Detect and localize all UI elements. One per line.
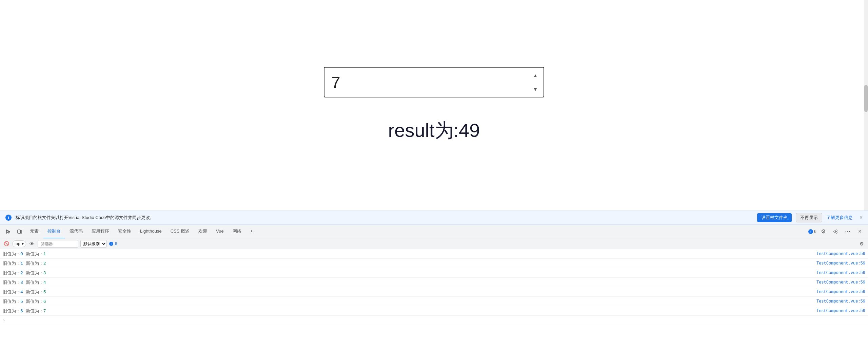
log-source-link[interactable]: TestComponent.vue:59: [816, 261, 865, 266]
log-row: 旧值为：0 新值为：1 TestComponent.vue:59: [0, 249, 868, 259]
svg-point-5: [836, 230, 837, 231]
svg-point-6: [836, 232, 837, 233]
spinner-down-button[interactable]: ▼: [528, 82, 543, 96]
new-val: 7: [43, 309, 46, 314]
log-text: 旧值为：5 新值为：6: [3, 298, 814, 305]
messages-count-display: ! 6: [109, 241, 117, 246]
console-prompt: [8, 318, 11, 323]
device-toggle-button[interactable]: [14, 226, 25, 237]
main-content: ▲ ▼ result为:49: [0, 0, 868, 211]
svg-text:!: !: [810, 230, 811, 234]
toolbar-right: ! 6 ⚙ ⋯ ×: [808, 226, 865, 237]
tab-security[interactable]: 安全性: [114, 225, 135, 238]
new-val: 3: [43, 271, 46, 276]
old-val: 5: [20, 299, 23, 304]
old-val-label: 旧值为：: [3, 290, 20, 295]
old-val: 6: [20, 309, 23, 314]
tab-network[interactable]: 网络: [229, 225, 245, 238]
new-val: 5: [43, 290, 46, 295]
spinner-up-button[interactable]: ▲: [528, 68, 543, 82]
log-text: 旧值为：6 新值为：7: [3, 308, 814, 314]
live-expressions-button[interactable]: 👁: [28, 240, 36, 248]
log-text: 旧值为：0 新值为：1: [3, 251, 814, 257]
devtools-toolbar: 元素 控制台 源代码 应用程序 安全性 Lighthouse CSS 概述 欢迎…: [0, 225, 868, 238]
number-input[interactable]: [324, 67, 544, 97]
log-source-link[interactable]: TestComponent.vue:59: [816, 290, 865, 294]
old-val-label: 旧值为：: [3, 280, 20, 285]
log-text: 旧值为：3 新值为：4: [3, 279, 814, 286]
clear-console-button[interactable]: 🚫: [3, 240, 10, 248]
settings-gear-button[interactable]: ⚙: [818, 226, 829, 237]
new-val-label: 新值为：: [23, 290, 43, 295]
add-tab-button[interactable]: +: [246, 225, 257, 238]
tab-console[interactable]: 控制台: [43, 225, 65, 238]
tab-welcome[interactable]: 欢迎: [194, 225, 211, 238]
old-val-label: 旧值为：: [3, 252, 20, 257]
old-val-label: 旧值为：: [3, 299, 20, 304]
tab-application[interactable]: 应用程序: [87, 225, 113, 238]
svg-line-8: [835, 232, 836, 232]
expand-arrow: ›: [3, 318, 8, 323]
log-source-link[interactable]: TestComponent.vue:59: [816, 252, 865, 256]
log-source-link[interactable]: TestComponent.vue:59: [816, 280, 865, 285]
log-rows-container: 旧值为：0 新值为：1 TestComponent.vue:59 旧值为：1 新…: [0, 249, 868, 316]
old-val: 2: [20, 271, 23, 276]
tab-elements[interactable]: 元素: [26, 225, 43, 238]
tab-lighthouse[interactable]: Lighthouse: [136, 225, 166, 238]
console-settings-button[interactable]: ⚙: [858, 240, 865, 248]
new-val-label: 新值为：: [23, 280, 43, 285]
new-val: 4: [43, 280, 46, 285]
new-val-label: 新值为：: [23, 261, 43, 266]
dont-show-again-button[interactable]: 不再显示: [796, 213, 822, 222]
console-input-row[interactable]: ›: [0, 316, 868, 325]
log-row: 旧值为：5 新值为：6 TestComponent.vue:59: [0, 297, 868, 306]
learn-more-link[interactable]: 了解更多信息: [826, 215, 853, 221]
old-val: 1: [20, 261, 23, 266]
info-bar: i 标识项目的根文件夹以打开Visual Studio Code中的源文件并同步…: [0, 211, 868, 225]
set-root-folder-button[interactable]: 设置根文件夹: [757, 213, 792, 222]
remote-debug-button[interactable]: [830, 226, 841, 237]
log-source-link[interactable]: TestComponent.vue:59: [816, 271, 865, 275]
new-val-label: 新值为：: [23, 309, 43, 314]
tab-sources[interactable]: 源代码: [65, 225, 87, 238]
log-text: 旧值为：2 新值为：3: [3, 270, 814, 276]
main-scrollbar[interactable]: [864, 0, 868, 211]
new-val: 1: [43, 252, 46, 257]
tab-vue[interactable]: Vue: [212, 225, 228, 238]
new-val-label: 新值为：: [23, 252, 43, 257]
info-text: 标识项目的根文件夹以打开Visual Studio Code中的源文件并同步更改…: [16, 215, 753, 221]
old-val: 4: [20, 290, 23, 295]
context-selector[interactable]: top ▾: [12, 240, 26, 247]
console-toolbar: 🚫 top ▾ 👁 默认级别 ! 6 ⚙: [0, 238, 868, 249]
new-val: 2: [43, 261, 46, 266]
tab-css-overview[interactable]: CSS 概述: [166, 225, 194, 238]
inspect-element-button[interactable]: [3, 226, 14, 237]
new-val: 6: [43, 299, 46, 304]
new-val-label: 新值为：: [23, 271, 43, 276]
console-log-area: 旧值为：0 新值为：1 TestComponent.vue:59 旧值为：1 新…: [0, 249, 868, 346]
new-val-label: 新值为：: [23, 299, 43, 304]
svg-text:!: !: [111, 243, 112, 246]
more-options-button[interactable]: ⋯: [842, 226, 853, 237]
close-devtools-button[interactable]: ×: [854, 226, 865, 237]
context-chevron-icon: ▾: [22, 241, 24, 246]
spinner-buttons: ▲ ▼: [528, 68, 543, 96]
log-row: 旧值为：6 新值为：7 TestComponent.vue:59: [0, 306, 868, 316]
svg-rect-1: [20, 231, 22, 233]
info-close-button[interactable]: ×: [860, 215, 863, 221]
scrollbar-thumb: [864, 85, 868, 112]
old-val-label: 旧值为：: [3, 271, 20, 276]
result-display: result为:49: [388, 118, 480, 144]
log-level-select[interactable]: 默认级别: [80, 240, 107, 248]
filter-input[interactable]: [38, 240, 78, 248]
log-source-link[interactable]: TestComponent.vue:59: [816, 299, 865, 304]
log-text: 旧值为：4 新值为：5: [3, 289, 814, 295]
old-val-label: 旧值为：: [3, 261, 20, 266]
info-icon: i: [5, 215, 12, 221]
log-row: 旧值为：4 新值为：5 TestComponent.vue:59: [0, 287, 868, 297]
log-source-link[interactable]: TestComponent.vue:59: [816, 309, 865, 313]
log-row: 旧值为：1 新值为：2 TestComponent.vue:59: [0, 259, 868, 268]
messages-number: 6: [115, 241, 117, 246]
context-label: top: [15, 241, 20, 246]
old-val: 0: [20, 252, 23, 257]
